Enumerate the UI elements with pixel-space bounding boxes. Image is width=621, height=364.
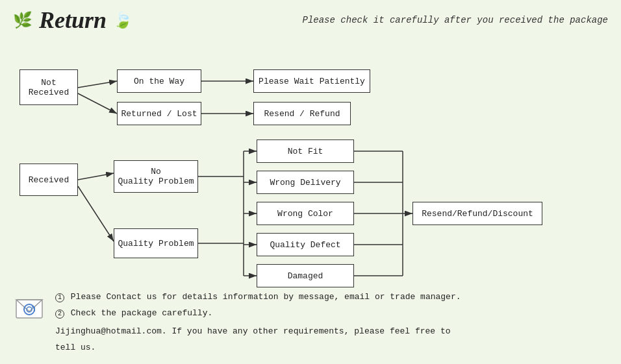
contact-line-2: tell us. bbox=[55, 341, 461, 355]
box-wrong-color: Wrong Color bbox=[257, 202, 354, 225]
leaf-right-icon: 🍃 bbox=[113, 11, 133, 30]
circle-2: 2 bbox=[55, 309, 64, 319]
instruction-line-1: 1 Please Contact us for details informat… bbox=[55, 291, 461, 304]
box-not-fit: Not Fit bbox=[257, 140, 354, 163]
box-quality-problem: Quality Problem bbox=[114, 228, 198, 258]
box-please-wait: Please Wait Patiently bbox=[253, 69, 370, 93]
email-icon bbox=[13, 292, 45, 324]
flowchart: Not Received On the Way Returned / Lost … bbox=[13, 40, 608, 293]
svg-line-5 bbox=[78, 173, 114, 180]
box-on-the-way: On the Way bbox=[117, 69, 201, 93]
contact-line-1: Jijinghua@hotmail.com. If you have any o… bbox=[55, 325, 461, 339]
leaf-left-icon: 🌿 bbox=[13, 11, 32, 30]
svg-line-6 bbox=[78, 186, 114, 241]
bottom-text-block: 1 Please Contact us for details informat… bbox=[55, 291, 461, 358]
box-returned-lost: Returned / Lost bbox=[117, 102, 201, 125]
box-wrong-delivery: Wrong Delivery bbox=[257, 171, 354, 194]
box-resend-refund-discount: Resend/Refund/Discount bbox=[412, 202, 542, 225]
header: 🌿 Return 🍃 Please check it carefully aft… bbox=[13, 6, 608, 34]
svg-line-1 bbox=[78, 81, 117, 88]
box-resend-refund-top: Resend / Refund bbox=[253, 102, 351, 125]
box-damaged: Damaged bbox=[257, 264, 354, 287]
header-note: Please check it carefully after you rece… bbox=[303, 15, 608, 25]
box-no-quality-problem: No Quality Problem bbox=[114, 160, 198, 193]
box-not-received: Not Received bbox=[19, 69, 78, 105]
circle-1: 1 bbox=[55, 293, 64, 302]
instruction-line-2: 2 Check the package carefully. bbox=[55, 307, 461, 321]
page-title: Return bbox=[39, 6, 107, 34]
title-area: 🌿 Return 🍃 bbox=[13, 6, 133, 34]
box-received: Received bbox=[19, 164, 78, 196]
box-quality-defect: Quality Defect bbox=[257, 233, 354, 256]
page: 🌿 Return 🍃 Please check it carefully aft… bbox=[0, 0, 621, 364]
bottom-section: 1 Please Contact us for details informat… bbox=[13, 291, 608, 358]
svg-line-2 bbox=[78, 93, 117, 114]
